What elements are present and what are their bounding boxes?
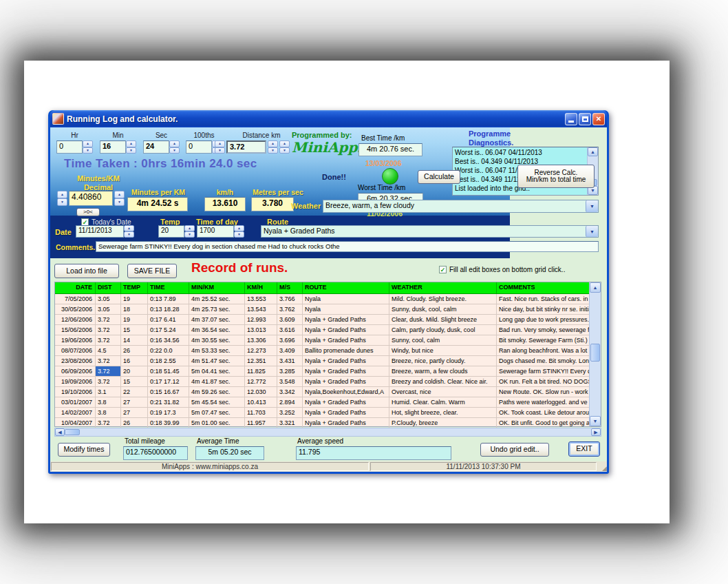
- grid-cell[interactable]: Nyala + Graded Paths: [303, 356, 389, 366]
- grid-cell[interactable]: 15: [121, 377, 148, 387]
- grid-row[interactable]: 15/06/2006 3.72 15 0:17 5.24 4m 36.54 se…: [55, 325, 601, 335]
- hr-spinner[interactable]: ▲▼: [83, 140, 93, 154]
- grid-cell[interactable]: OK. Bit unfit. Good to get going a: [497, 418, 591, 428]
- scroll-right-icon[interactable]: ▶: [591, 428, 601, 436]
- grid-cell[interactable]: 0:22 0.0: [148, 346, 189, 356]
- grid-row[interactable]: 7/05/2006 3.05 19 0:13 7.89 4m 25.52 sec…: [55, 294, 601, 304]
- grid-cell[interactable]: 0:15 16.67: [148, 387, 189, 397]
- spin-down-icon[interactable]: ▼: [169, 147, 180, 154]
- grid-cell[interactable]: Long gap due to work pressures.: [497, 315, 591, 325]
- grid-cell[interactable]: 13.543: [245, 304, 277, 315]
- sec-field[interactable]: 24: [143, 140, 169, 154]
- grid-cell[interactable]: OK. Took coast. Like detour arou: [497, 408, 591, 418]
- decimal-spinner-right[interactable]: ▲▼: [114, 191, 125, 206]
- grid-cell[interactable]: 19: [121, 315, 148, 325]
- grid-cell[interactable]: 22: [121, 387, 148, 397]
- grid-cell[interactable]: 3.431: [277, 356, 303, 366]
- grid-cell[interactable]: 5m 07.47 sec.: [189, 408, 245, 418]
- grid-cell[interactable]: 0:18 51.45: [148, 366, 189, 377]
- grid-cell[interactable]: New Route. OK. Slow run - work: [497, 387, 591, 397]
- grid-cell[interactable]: OK run. Felt a bit tired. NO DOGS: [497, 377, 591, 387]
- grid-cell[interactable]: Nyala: [303, 294, 389, 304]
- distance-spinner-mid[interactable]: ▲▼: [268, 140, 278, 154]
- grid-cell[interactable]: Humid. Clear. Calm. Warm: [389, 397, 497, 408]
- calculate-button[interactable]: Calculate: [418, 170, 460, 184]
- grid-cell[interactable]: 4m 41.87 sec.: [189, 377, 245, 387]
- spin-up-icon[interactable]: ▲: [169, 140, 180, 147]
- grid-cell[interactable]: 3.8: [96, 408, 121, 418]
- fill-edit-checkbox[interactable]: ✓: [439, 266, 447, 273]
- runs-grid[interactable]: DATE DIST TEMP TIME MIN/KM KM/H M/S ROUT…: [54, 282, 601, 427]
- save-file-button[interactable]: SAVE FILE: [127, 264, 177, 278]
- grid-cell[interactable]: Hot, slight breeze, clear.: [389, 408, 497, 418]
- weather-dropdown-icon[interactable]: ▼: [586, 200, 598, 212]
- grid-cell[interactable]: 4m 36.54 sec.: [189, 325, 245, 335]
- grid-cell[interactable]: 15: [121, 325, 148, 335]
- grid-cell[interactable]: 3.8: [96, 397, 121, 408]
- grid-row[interactable]: 19/06/2006 3.72 14 0:16 34.56 4m 30.55 s…: [55, 335, 601, 346]
- spin-down-icon[interactable]: ▼: [215, 147, 225, 154]
- undo-grid-edit-button[interactable]: Undo grid edit..: [480, 443, 549, 457]
- grid-cell[interactable]: 10.413: [245, 397, 277, 408]
- grid-cell[interactable]: 4m 37.07 sec.: [189, 315, 245, 325]
- scroll-down-icon[interactable]: ▼: [590, 416, 601, 426]
- grid-cell[interactable]: 3.72: [96, 418, 121, 428]
- grid-cell[interactable]: Nyala,Boekenhout,Edward,A: [303, 387, 389, 397]
- spin-down-icon[interactable]: ▼: [268, 147, 278, 154]
- grid-cell[interactable]: Nyala + Graded Paths: [303, 335, 389, 346]
- grid-header-minkm[interactable]: MIN/KM: [189, 282, 245, 293]
- grid-cell[interactable]: Sewerage farm STINKY!! Every d: [497, 366, 591, 377]
- grid-cell[interactable]: 12/06/2006: [55, 315, 96, 325]
- grid-cell[interactable]: 19/10/2006: [55, 387, 96, 397]
- spin-up-icon[interactable]: ▲: [215, 140, 225, 147]
- grid-cell[interactable]: Ballito promenade dunes: [303, 346, 389, 356]
- grid-cell[interactable]: 19/06/2006: [55, 335, 96, 346]
- grid-cell[interactable]: 3.72: [96, 335, 121, 346]
- grid-cell[interactable]: 3.72: [96, 377, 121, 387]
- grid-cell[interactable]: 4.5: [96, 346, 121, 356]
- grid-cell[interactable]: 0:17 6.41: [148, 315, 189, 325]
- sec-spinner[interactable]: ▲▼: [169, 140, 180, 154]
- grid-cell[interactable]: 5m 04.41 sec.: [189, 366, 245, 377]
- grid-header-dist[interactable]: DIST: [96, 282, 121, 293]
- grid-header-ms[interactable]: M/S: [277, 282, 303, 293]
- grid-cell[interactable]: 3.409: [277, 346, 303, 356]
- grid-cell[interactable]: Calm, partly cloudy, dusk, cool: [389, 325, 497, 335]
- scroll-track[interactable]: [590, 362, 601, 416]
- grid-cell[interactable]: Breeze, nice, partly cloudy.: [389, 356, 497, 366]
- grid-cell[interactable]: Breezy and coldish. Clear. Nice air.: [389, 377, 497, 387]
- grid-header-date[interactable]: DATE: [55, 282, 96, 293]
- grid-cell[interactable]: 27: [121, 408, 148, 418]
- grid-cell[interactable]: 23/08/2006: [55, 356, 96, 366]
- spin-up-icon[interactable]: ▲: [279, 140, 290, 147]
- grid-row[interactable]: 14/02/2007 3.8 27 0:19 17.3 5m 07.47 sec…: [55, 408, 601, 418]
- grid-cell[interactable]: 3.696: [277, 335, 303, 346]
- grid-cell[interactable]: 12.351: [245, 356, 277, 366]
- grid-cell[interactable]: 4m 25.52 sec.: [189, 294, 245, 304]
- grid-cell[interactable]: P.Cloudy, breeze: [389, 418, 497, 428]
- grid-cell[interactable]: 11.825: [245, 366, 277, 377]
- time-of-day-spinner[interactable]: ▲▼: [234, 225, 244, 238]
- spin-up-icon[interactable]: ▲: [184, 225, 195, 231]
- scroll-thumb[interactable]: [65, 429, 80, 435]
- grid-cell[interactable]: Nyala + Graded Paths: [303, 325, 389, 335]
- scroll-thumb[interactable]: [590, 344, 600, 362]
- grid-cell[interactable]: 3.762: [277, 304, 303, 315]
- grid-cell[interactable]: Paths were waterlogged. and ve: [497, 397, 591, 408]
- grid-cell[interactable]: 18: [121, 304, 148, 315]
- grid-cell[interactable]: Fast. Nice run. Stacks of cars. in: [497, 294, 591, 304]
- grid-cell[interactable]: Nyala + Graded Paths: [303, 418, 389, 428]
- spin-down-icon[interactable]: ▼: [279, 147, 290, 154]
- scroll-left-icon[interactable]: ◀: [55, 428, 65, 436]
- spin-down-icon[interactable]: ▼: [57, 198, 67, 206]
- grid-header-time[interactable]: TIME: [148, 282, 189, 293]
- scroll-up-icon[interactable]: ▲: [588, 147, 598, 156]
- grid-cell[interactable]: Bad run. Very smoky, sewerage f: [497, 325, 591, 335]
- grid-cell[interactable]: Mild. Cloudy. Slight breeze.: [389, 294, 497, 304]
- reverse-calc-button[interactable]: Reverse Calc. Min/km to total time: [517, 165, 595, 188]
- grid-header-kmh[interactable]: KM/H: [245, 282, 277, 293]
- grid-cell[interactable]: 13.306: [245, 335, 277, 346]
- grid-cell[interactable]: Sunny, dusk, cool, calm: [389, 304, 497, 315]
- grid-cell[interactable]: 0:13 7.89: [148, 294, 189, 304]
- spin-up-icon[interactable]: ▲: [234, 225, 244, 231]
